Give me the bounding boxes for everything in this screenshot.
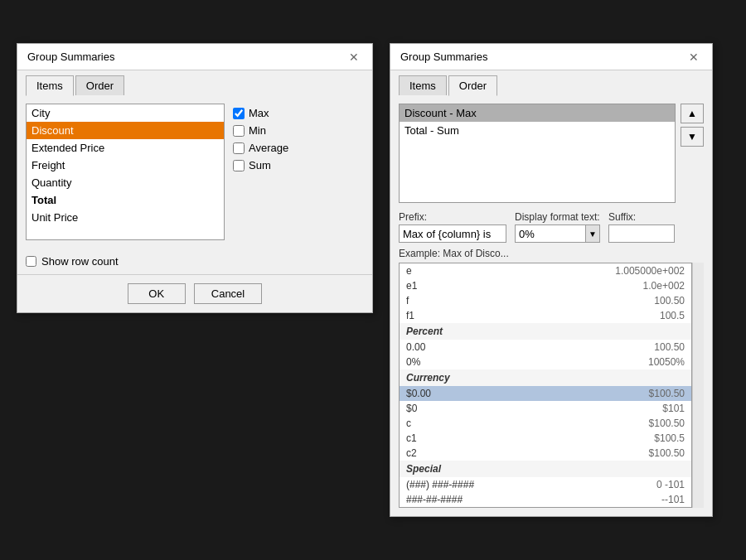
list-item[interactable]: Unit Price bbox=[27, 209, 224, 226]
items-list[interactable]: City Discount Extended Price Freight Qua… bbox=[26, 104, 225, 240]
checkbox-min-label: Min bbox=[249, 124, 266, 137]
item-right: 100.50 bbox=[654, 341, 685, 353]
show-row-count-row: Show row count bbox=[17, 249, 372, 274]
display-format-group: Display format text: ▼ bbox=[515, 211, 600, 243]
list-item[interactable]: $0 $101 bbox=[400, 401, 691, 416]
list-item[interactable]: Discount bbox=[27, 122, 224, 139]
right-dialog-tab-bar: Items Order bbox=[390, 70, 712, 95]
left-tab-order[interactable]: Order bbox=[75, 75, 124, 95]
checkbox-average-row: Average bbox=[233, 142, 288, 154]
prefix-label: Prefix: bbox=[399, 211, 506, 223]
move-up-button[interactable]: ▲ bbox=[681, 104, 704, 123]
prefix-group: Prefix: bbox=[399, 211, 506, 243]
checkbox-max-label: Max bbox=[249, 107, 269, 119]
list-item[interactable]: c2 $100.50 bbox=[400, 446, 691, 461]
checkboxes-panel: Max Min Average Sum bbox=[233, 104, 288, 240]
list-item[interactable]: Freight bbox=[27, 157, 224, 174]
item-left: e bbox=[406, 265, 412, 277]
item-left: $0.00 bbox=[406, 388, 431, 399]
item-left: f1 bbox=[406, 310, 414, 321]
display-format-input[interactable] bbox=[515, 224, 585, 243]
right-dialog-title: Group Summaries bbox=[400, 51, 487, 63]
item-right: $100.50 bbox=[649, 388, 685, 399]
item-right: $100.50 bbox=[649, 447, 685, 459]
display-format-label: Display format text: bbox=[515, 211, 600, 223]
list-item[interactable]: 0.00 100.50 bbox=[400, 340, 691, 355]
order-list-scroll: Discount - Max Total - Sum bbox=[399, 104, 676, 211]
order-list[interactable]: Discount - Max Total - Sum bbox=[399, 104, 676, 203]
item-right: 0 -101 bbox=[656, 479, 685, 490]
left-dialog-tab-content: City Discount Extended Price Freight Qua… bbox=[17, 95, 372, 249]
checkbox-average-label: Average bbox=[249, 142, 288, 154]
suffix-group: Suffix: bbox=[608, 211, 675, 243]
list-item[interactable]: $0.00 $100.50 bbox=[400, 386, 691, 401]
item-left: ###-##-#### bbox=[406, 494, 463, 505]
list-item[interactable]: (###) ###-#### 0 -101 bbox=[400, 477, 691, 492]
list-item[interactable]: Extended Price bbox=[27, 139, 224, 157]
section-header-percent: Percent bbox=[400, 323, 691, 340]
list-item[interactable]: Quantity bbox=[27, 174, 224, 191]
list-item[interactable]: c $100.50 bbox=[400, 416, 691, 431]
move-down-button[interactable]: ▼ bbox=[681, 127, 704, 147]
item-left: (###) ###-#### bbox=[406, 479, 474, 490]
right-dialog: Group Summaries ✕ Items Order Discount -… bbox=[390, 43, 713, 517]
dropdown-container: e 1.005000e+002 e1 1.0e+002 f 100.50 f1 … bbox=[399, 263, 704, 508]
list-item[interactable]: f 100.50 bbox=[400, 293, 691, 308]
item-right: 1.005000e+002 bbox=[615, 265, 685, 277]
left-dialog-close-button[interactable]: ✕ bbox=[346, 51, 362, 63]
order-item[interactable]: Discount - Max bbox=[400, 104, 675, 122]
left-dialog-tab-bar: Items Order bbox=[17, 70, 372, 95]
example-row: Example: Max of Disco... bbox=[399, 248, 704, 259]
list-item[interactable]: ###-##-#### --101 bbox=[400, 492, 691, 507]
checkbox-average[interactable] bbox=[233, 142, 245, 154]
show-row-count-label: Show row count bbox=[41, 255, 119, 268]
checkbox-max-row: Max bbox=[233, 107, 288, 119]
checkbox-min-row: Min bbox=[233, 124, 288, 137]
list-item[interactable]: Total bbox=[27, 191, 224, 209]
prefix-input[interactable] bbox=[399, 224, 506, 243]
ok-button[interactable]: OK bbox=[128, 283, 186, 304]
item-left: c2 bbox=[406, 447, 417, 459]
item-left: e1 bbox=[406, 280, 417, 292]
item-right: 10050% bbox=[648, 356, 685, 368]
list-item[interactable]: 0% 10050% bbox=[400, 355, 691, 369]
left-dialog: Group Summaries ✕ Items Order City Disco… bbox=[17, 43, 373, 313]
left-tab-items[interactable]: Items bbox=[26, 75, 74, 96]
display-format-dropdown-arrow[interactable]: ▼ bbox=[585, 224, 600, 243]
checkbox-sum[interactable] bbox=[233, 160, 245, 171]
right-dialog-title-bar: Group Summaries ✕ bbox=[390, 44, 712, 70]
list-item[interactable]: City bbox=[27, 104, 224, 122]
list-item[interactable]: e1 1.0e+002 bbox=[400, 278, 691, 293]
example-text: Example: Max of Disco... bbox=[399, 248, 509, 259]
left-dialog-title: Group Summaries bbox=[27, 51, 114, 63]
item-left: 0% bbox=[406, 356, 420, 368]
item-right: --101 bbox=[661, 494, 685, 505]
list-item[interactable]: f1 100.5 bbox=[400, 308, 691, 323]
scrollbar-track[interactable] bbox=[692, 263, 704, 508]
order-tab-content: Discount - Max Total - Sum ▲ ▼ Prefix: D… bbox=[390, 95, 712, 516]
item-right: $100.50 bbox=[649, 418, 685, 429]
display-format-select: ▼ bbox=[515, 224, 600, 243]
item-left: c bbox=[406, 418, 411, 429]
section-header-currency: Currency bbox=[400, 369, 691, 386]
order-item[interactable]: Total - Sum bbox=[400, 122, 675, 139]
right-tab-order[interactable]: Order bbox=[448, 75, 497, 96]
item-right: $100.5 bbox=[654, 432, 685, 444]
dropdown-list[interactable]: e 1.005000e+002 e1 1.0e+002 f 100.50 f1 … bbox=[399, 263, 692, 508]
item-left: $0 bbox=[406, 403, 417, 414]
item-left: 0.00 bbox=[406, 341, 425, 353]
list-item[interactable]: e 1.005000e+002 bbox=[400, 263, 691, 278]
suffix-label: Suffix: bbox=[608, 211, 675, 223]
item-left: c1 bbox=[406, 432, 417, 444]
checkbox-min[interactable] bbox=[233, 125, 245, 137]
arrows-panel: ▲ ▼ bbox=[681, 104, 704, 211]
cancel-button[interactable]: Cancel bbox=[194, 283, 262, 304]
left-dialog-title-bar: Group Summaries ✕ bbox=[17, 44, 372, 70]
right-tab-items[interactable]: Items bbox=[399, 75, 447, 95]
right-dialog-close-button[interactable]: ✕ bbox=[685, 51, 702, 63]
show-row-count-checkbox[interactable] bbox=[26, 256, 36, 267]
item-right: 100.50 bbox=[654, 295, 685, 307]
suffix-input[interactable] bbox=[608, 224, 675, 243]
checkbox-max[interactable] bbox=[233, 108, 245, 119]
list-item[interactable]: c1 $100.5 bbox=[400, 431, 691, 446]
